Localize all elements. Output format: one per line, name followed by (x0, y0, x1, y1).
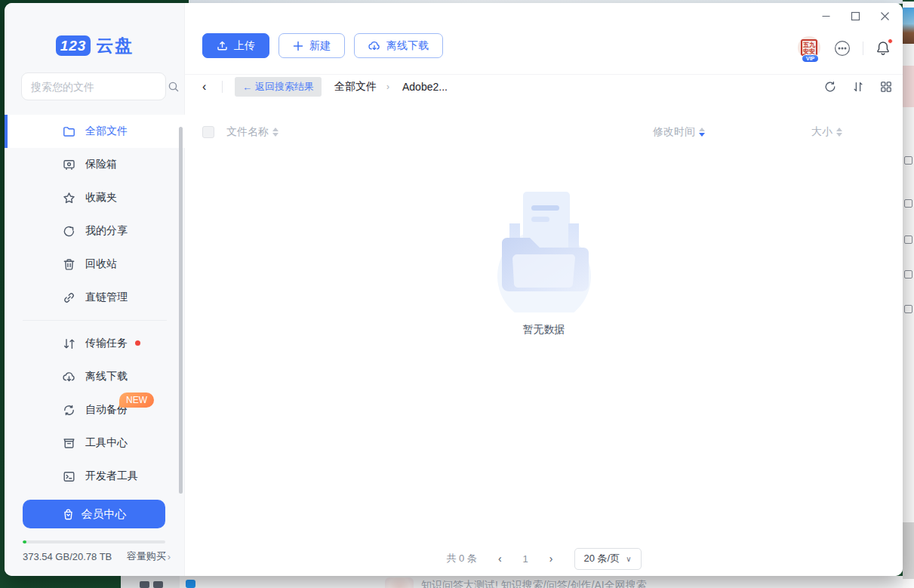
chevron-down-icon: ∨ (626, 555, 631, 563)
plus-icon (293, 41, 303, 51)
member-center-label: 会员中心 (82, 507, 127, 522)
sidebar-item-label: 全部文件 (85, 125, 128, 138)
sidebar: 123 云盘 全部文件 (5, 3, 185, 576)
page-size-select[interactable]: 20 条/页 ∨ (574, 548, 642, 570)
new-button[interactable]: 新建 (279, 33, 345, 58)
cloud-download-icon (63, 371, 75, 383)
vip-badge: VIP (802, 54, 819, 63)
sidebar-item-label: 离线下载 (85, 370, 128, 383)
upload-button[interactable]: 上传 (202, 33, 269, 58)
sidebar-item-transfer-tasks[interactable]: 传输任务 (5, 327, 185, 360)
notification-dot (888, 38, 893, 44)
user-avatar[interactable]: 五九安安 VIP (798, 36, 822, 60)
previous-page-button[interactable]: ‹ (498, 553, 502, 565)
storage-progress-fill (23, 540, 26, 543)
sidebar-item-offline-download[interactable]: 离线下载 (5, 360, 185, 393)
folder-icon (63, 125, 75, 138)
sidebar-item-tool-center[interactable]: 工具中心 (5, 426, 185, 460)
refresh-icon[interactable] (824, 81, 836, 93)
sidebar-item-recycle-bin[interactable]: 回收站 (5, 248, 185, 281)
sidebar-item-label: 直链管理 (85, 291, 128, 304)
share-icon (63, 225, 75, 238)
sidebar-item-safe-box[interactable]: 保险箱 (5, 148, 185, 181)
sort-arrows-icon (699, 128, 705, 137)
sort-arrows-icon (272, 128, 279, 137)
background-gray-block (903, 522, 914, 579)
logo-text: 云盘 (96, 34, 134, 57)
sidebar-item-label: 收藏夹 (85, 191, 117, 205)
toolbar: 上传 新建 离线下载 (202, 33, 443, 58)
sort-order-icon[interactable] (852, 81, 864, 93)
sidebar-item-my-shares[interactable]: 我的分享 (5, 214, 185, 248)
breadcrumb-current-folder[interactable]: Adobe2... (402, 81, 448, 93)
next-page-button[interactable]: › (549, 553, 553, 565)
storage-progress-bar (23, 540, 165, 543)
logo-123-badge: 123 (56, 35, 91, 56)
account-divider (863, 42, 863, 55)
background-icon (153, 581, 163, 588)
background-taskbar-fragment (121, 576, 180, 588)
buy-capacity-link[interactable]: 容量购买 › (127, 550, 171, 563)
sidebar-item-label: 工具中心 (85, 436, 128, 450)
account-area: 五九安安 VIP (798, 36, 892, 60)
member-center-button[interactable]: 会员中心 (23, 500, 165, 528)
cloud-download-icon (368, 40, 380, 52)
background-icon (904, 305, 912, 313)
close-button[interactable] (879, 11, 891, 22)
background-icon (904, 199, 912, 208)
sidebar-item-favorites[interactable]: 收藏夹 (5, 181, 185, 214)
storage-usage-text: 373.54 GB/20.78 TB (23, 551, 112, 562)
app-logo: 123 云盘 (5, 33, 185, 57)
sidebar-item-developer-tools[interactable]: 开发者工具 (5, 460, 185, 493)
search-input[interactable] (31, 81, 168, 93)
empty-state: 暂无数据 (185, 184, 903, 337)
minimize-button[interactable] (820, 11, 832, 22)
offline-download-button[interactable]: 离线下载 (354, 33, 443, 58)
toolbox-icon (63, 437, 75, 450)
grid-view-icon[interactable] (880, 81, 892, 93)
return-to-search-results-chip[interactable]: ← 返回搜索结果 (235, 77, 322, 97)
maximize-button[interactable] (850, 11, 861, 22)
search-box[interactable] (21, 72, 166, 100)
column-header-size[interactable]: 大小 (811, 125, 842, 139)
notifications-bell-icon[interactable] (876, 40, 892, 57)
left-arrow-icon: ← (242, 82, 252, 93)
sidebar-item-label: 我的分享 (85, 224, 128, 238)
background-blue-icon (186, 580, 195, 588)
main-panel: 上传 新建 离线下载 五九安安 (185, 3, 903, 576)
back-chevron-icon[interactable]: ‹ (202, 80, 213, 94)
empty-state-text: 暂无数据 (523, 323, 565, 337)
current-page-number[interactable]: 1 (523, 553, 528, 565)
sidebar-item-direct-links[interactable]: 直链管理 (5, 281, 185, 314)
column-header-modified-time[interactable]: 修改时间 (653, 125, 705, 139)
sidebar-item-label: 回收站 (85, 257, 117, 271)
sidebar-scrollbar[interactable] (179, 127, 183, 494)
sidebar-item-auto-backup[interactable]: 自动备份 NEW (5, 393, 185, 426)
background-search-suggestion-text: 知识问答大测试! 知识搜索/问答/创作/AI全网搜索 (421, 579, 647, 588)
select-all-checkbox[interactable] (202, 126, 214, 138)
background-avatar-image (385, 577, 414, 588)
sort-arrows-icon (836, 128, 842, 137)
app-window: 123 云盘 全部文件 (5, 3, 903, 576)
seal-graphic: 五九安安 (801, 39, 817, 56)
chevron-right-icon: › (168, 551, 171, 562)
background-thumbnail-image (903, 8, 914, 44)
background-icon (140, 581, 149, 588)
link-icon (63, 291, 75, 304)
sidebar-item-all-files[interactable]: 全部文件 (5, 115, 185, 148)
background-pink-block (903, 66, 914, 107)
column-header-name[interactable]: 文件名称 (226, 125, 279, 139)
background-icon (904, 270, 912, 279)
search-icon[interactable] (168, 81, 180, 93)
star-icon (63, 192, 75, 205)
sidebar-menu: 全部文件 保险箱 收藏夹 (5, 115, 185, 493)
transfer-arrows-icon (63, 337, 75, 350)
breadcrumb-all-files[interactable]: 全部文件 (334, 80, 377, 94)
more-options-icon[interactable] (834, 40, 851, 57)
background-window-sliver (903, 2, 914, 588)
sidebar-item-label: 传输任务 (85, 337, 128, 350)
notification-dot (135, 340, 140, 346)
new-badge: NEW (119, 393, 154, 408)
upload-icon (217, 40, 228, 51)
sync-icon (63, 404, 75, 417)
